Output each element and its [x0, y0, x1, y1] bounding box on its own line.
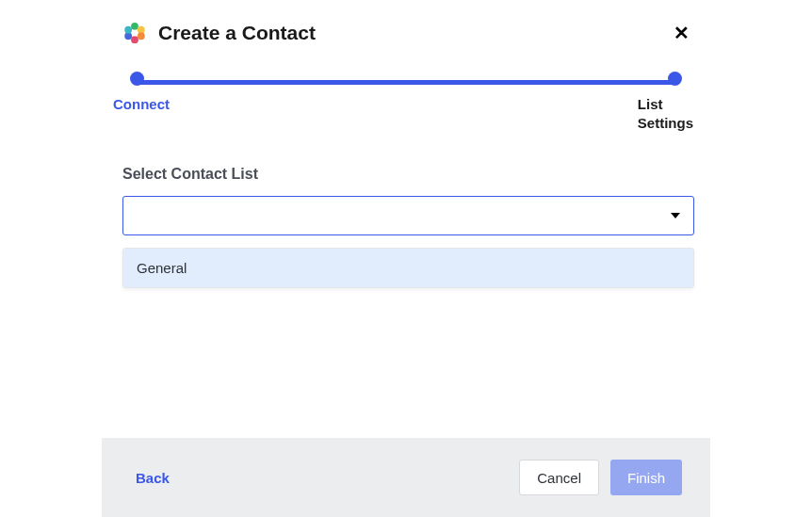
contact-list-label: Select Contact List: [122, 166, 694, 183]
close-icon[interactable]: ✕: [674, 24, 690, 42]
finish-button[interactable]: Finish: [610, 460, 682, 495]
step-connect[interactable]: Connect: [130, 72, 187, 114]
step-label: List Settings: [638, 95, 693, 134]
dialog-footer: Back Cancel Finish: [102, 438, 710, 517]
step-list-settings[interactable]: List Settings: [626, 72, 682, 134]
contact-list-dropdown: General: [122, 248, 694, 288]
progress-stepper: Connect List Settings: [104, 72, 708, 128]
back-button[interactable]: Back: [136, 470, 170, 486]
stepper-track: [137, 80, 675, 85]
svg-point-6: [132, 30, 138, 37]
footer-buttons: Cancel Finish: [519, 460, 682, 495]
svg-point-3: [131, 36, 138, 43]
svg-point-5: [124, 26, 132, 34]
dialog-header: Create a Contact ✕: [0, 0, 812, 45]
step-dot-icon: [130, 72, 144, 86]
step-dot-icon: [668, 72, 682, 86]
svg-point-2: [138, 32, 145, 40]
form-area: Select Contact List General: [0, 128, 812, 288]
dropdown-option-general[interactable]: General: [123, 249, 693, 287]
cancel-button[interactable]: Cancel: [519, 460, 599, 495]
caret-down-icon: [671, 213, 680, 218]
contact-list-select[interactable]: [122, 196, 694, 235]
app-logo-icon: [122, 21, 147, 45]
dialog-title: Create a Contact: [158, 22, 316, 44]
step-label: Connect: [113, 95, 170, 114]
svg-point-0: [131, 23, 138, 30]
header-left: Create a Contact: [122, 21, 316, 45]
